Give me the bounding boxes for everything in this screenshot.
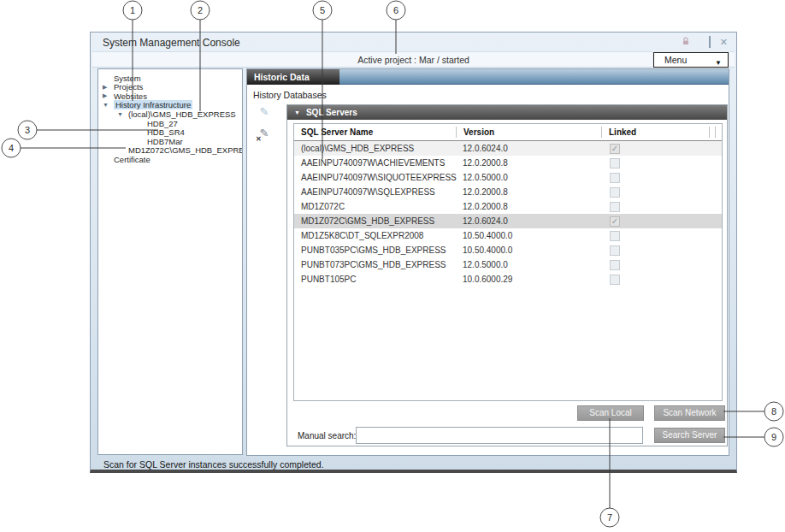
chevron-down-icon[interactable]: ▼ xyxy=(117,111,128,117)
column-header-version[interactable]: Version xyxy=(456,127,601,138)
table-row[interactable]: AAEINPU740097W\SIQUOTEEXPRESS12.0.5000.0 xyxy=(294,170,722,185)
callout-number: 2 xyxy=(198,5,203,15)
cell-version: 12.0.2000.8 xyxy=(456,158,601,168)
sql-servers-group: ▼ SQL Servers SQL Server NameVersionLink… xyxy=(286,104,728,446)
tree-item-label: Websites xyxy=(114,92,147,101)
linked-checkbox[interactable] xyxy=(610,260,620,270)
active-project-text: Active project : Mar / started xyxy=(92,55,735,65)
cell-linked xyxy=(601,275,709,285)
column-header-linked[interactable]: Linked xyxy=(601,127,709,138)
linked-checkbox[interactable]: ✓ xyxy=(610,216,620,227)
callout-number: 4 xyxy=(9,143,14,153)
callout-circle xyxy=(764,428,783,446)
screenshot-canvas: System Management Console ✕ Active proje… xyxy=(0,0,785,532)
historic-data-panel: Historic Data History Databases ✎ ✎✕ ▼ S… xyxy=(246,68,729,456)
maximize-button[interactable] xyxy=(709,38,711,47)
tree-item-label: System xyxy=(114,74,141,83)
cell-version: 12.0.6024.0 xyxy=(456,144,601,153)
chevron-down-icon: ▼ xyxy=(294,105,300,120)
x-mark-icon: ✕ xyxy=(256,135,262,143)
cell-linked xyxy=(601,231,709,241)
cell-linked xyxy=(601,245,709,256)
tree-item-hdb7mar[interactable]: HDB7Mar xyxy=(98,137,242,146)
cell-linked xyxy=(601,158,709,168)
table-row[interactable]: PUNBT105PC10.0.6000.29 xyxy=(294,272,722,287)
window-title: System Management Console xyxy=(103,37,240,49)
table-row[interactable]: (local)\GMS_HDB_EXPRESS12.0.6024.0✓ xyxy=(294,141,722,156)
linked-checkbox[interactable] xyxy=(610,173,620,183)
tree-item-label: History Infrastructure xyxy=(114,100,192,109)
tree-item-label: Projects xyxy=(114,82,143,92)
table-header-row: SQL Server NameVersionLinked xyxy=(294,124,722,141)
tree-item-local-gms-hdb-express[interactable]: ▼(local)\GMS_HDB_EXPRESS xyxy=(98,109,242,119)
tab-historic-data[interactable]: Historic Data xyxy=(247,69,339,85)
tree-item-system[interactable]: System xyxy=(98,74,242,83)
table-row[interactable]: PUNBT073PC\GMS_HDB_EXPRESS12.0.5000.0 xyxy=(294,257,722,272)
table-row[interactable]: AAEINPU740097W\SQLEXPRESS12.0.2000.8 xyxy=(294,185,722,199)
menu-label: Menu xyxy=(664,55,687,65)
cell-linked xyxy=(601,173,709,183)
cell-version: 12.0.5000.0 xyxy=(456,260,601,269)
link-database-icon[interactable]: ✎ xyxy=(257,105,272,121)
sql-servers-header[interactable]: ▼ SQL Servers xyxy=(287,105,727,120)
unlink-database-icon[interactable]: ✎✕ xyxy=(257,127,272,142)
tree-item-projects[interactable]: ▶Projects xyxy=(98,83,242,92)
column-header-spacer xyxy=(715,127,722,138)
column-header-sql-server-name[interactable]: SQL Server Name xyxy=(294,127,456,138)
system-management-console-window: System Management Console ✕ Active proje… xyxy=(90,32,737,473)
cell-server-name: (local)\GMS_HDB_EXPRESS xyxy=(294,144,456,153)
tree-item-hdb-sr4[interactable]: HDB_SR4 xyxy=(98,127,242,137)
table-row[interactable]: MD1Z072C12.0.2000.8 xyxy=(294,199,722,214)
cell-linked xyxy=(601,202,709,212)
history-databases-label: History Databases xyxy=(253,90,327,100)
table-row[interactable]: PUNBT035PC\GMS_HDB_EXPRESS10.50.4000.0 xyxy=(294,243,722,257)
cell-server-name: AAEINPU740097W\ACHIEVEMENTS xyxy=(294,158,456,168)
linked-checkbox[interactable] xyxy=(610,202,620,212)
tree-item-certificate[interactable]: Certificate xyxy=(98,155,242,164)
chevron-right-icon[interactable]: ▶ xyxy=(103,92,114,99)
manual-search-input[interactable] xyxy=(356,427,643,444)
scan-local-button[interactable]: Scan Local xyxy=(577,405,644,421)
tree-item-label: HDB7Mar xyxy=(147,137,183,146)
tree-item-history-infrastructure[interactable]: ▼History Infrastructure xyxy=(98,101,242,110)
tab-bar: Historic Data xyxy=(247,69,729,85)
linked-checkbox[interactable]: ✓ xyxy=(610,144,620,154)
chevron-down-icon[interactable]: ▼ xyxy=(103,102,114,108)
linked-checkbox[interactable] xyxy=(610,231,620,241)
navigation-tree: System▶Projects▶Websites▼History Infrast… xyxy=(97,68,243,455)
cell-server-name: MD1Z072C xyxy=(294,202,456,211)
cell-server-name: AAEINPU740097W\SQLEXPRESS xyxy=(294,187,456,197)
tree-item-websites[interactable]: ▶Websites xyxy=(98,92,242,101)
menu-dropdown[interactable]: Menu ▼ xyxy=(653,52,729,68)
scan-network-button[interactable]: Scan Network xyxy=(654,405,725,421)
linked-checkbox[interactable] xyxy=(610,158,620,168)
linked-checkbox[interactable] xyxy=(610,187,620,198)
cell-linked: ✓ xyxy=(601,144,709,154)
close-button[interactable]: ✕ xyxy=(720,38,728,47)
linked-checkbox[interactable] xyxy=(610,275,620,285)
callout-circle xyxy=(764,402,783,421)
table-row[interactable]: AAEINPU740097W\ACHIEVEMENTS12.0.2000.8 xyxy=(294,156,722,170)
status-message: Scan for SQL Server instances successful… xyxy=(103,459,324,470)
titlebar-buttons: ✕ xyxy=(682,37,728,48)
cell-version: 10.0.6000.29 xyxy=(456,275,601,284)
callout-number: 5 xyxy=(320,5,325,15)
chevron-right-icon[interactable]: ▶ xyxy=(103,84,114,91)
table-row[interactable]: MD1Z5K8C\DT_SQLEXPR200810.50.4000.0 xyxy=(294,228,722,243)
linked-checkbox[interactable] xyxy=(610,245,620,256)
cell-version: 12.0.6024.0 xyxy=(456,216,601,226)
active-project-bar: Active project : Mar / started Menu ▼ xyxy=(92,51,735,68)
cell-server-name: MD1Z5K8C\DT_SQLEXPR2008 xyxy=(294,231,456,240)
cell-server-name: MD1Z072C\GMS_HDB_EXPRESS xyxy=(294,216,456,226)
cell-version: 12.0.2000.8 xyxy=(456,187,601,197)
table-row[interactable]: MD1Z072C\GMS_HDB_EXPRESS12.0.6024.0✓ xyxy=(294,214,722,228)
callout-circle xyxy=(191,1,210,20)
search-server-button[interactable]: Search Server xyxy=(654,428,725,443)
tree-item-hdb-27[interactable]: HDB_27 xyxy=(98,119,242,128)
callout-circle xyxy=(387,1,405,20)
table-body: (local)\GMS_HDB_EXPRESS12.0.6024.0✓AAEIN… xyxy=(294,141,722,287)
tree-item-label: Certificate xyxy=(114,155,151,164)
callout-number: 7 xyxy=(607,512,612,523)
tree-item-md1z072c-gms-hdb-express[interactable]: MD1Z072C\GMS_HDB_EXPRESS xyxy=(98,145,242,155)
sql-servers-header-label: SQL Servers xyxy=(306,105,357,120)
